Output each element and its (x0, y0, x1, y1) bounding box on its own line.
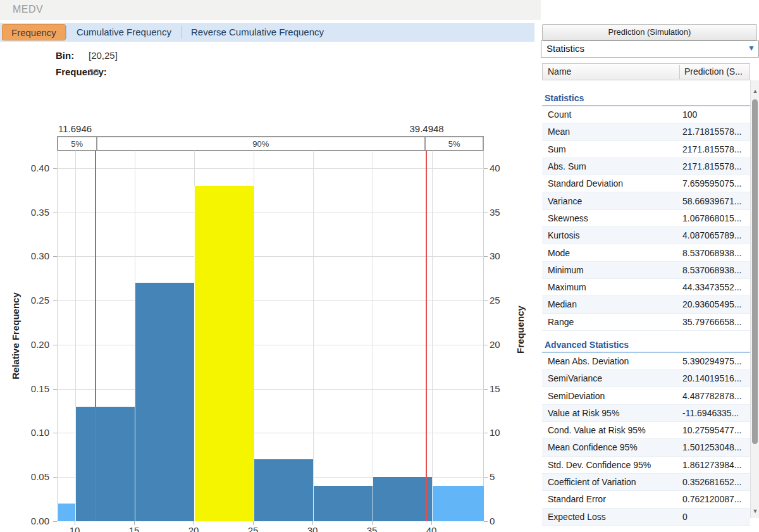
table-row: Cond. Value at Risk 95%10.27595477... (542, 422, 750, 439)
app-window: MEDV × FrequencyCumulative FrequencyReve… (0, 0, 759, 532)
bin-frequency-value: 38 (89, 66, 99, 77)
stat-value: 20.14019516... (679, 373, 750, 383)
histogram-bar[interactable] (313, 486, 373, 521)
table-row: Mode8.537068938... (542, 244, 750, 261)
stat-value: 4.487782878... (679, 391, 750, 401)
scrollbar-thumb[interactable] (752, 99, 758, 444)
gridline-horizontal (58, 345, 484, 345)
stat-value: 0.762120087... (679, 494, 750, 504)
histogram-bar-selected[interactable] (194, 186, 254, 521)
tick-mark (484, 345, 488, 345)
histogram-bar[interactable] (373, 477, 432, 521)
view-selector-dropdown[interactable]: Statistics ▼ (541, 40, 759, 58)
gridline-horizontal (58, 256, 484, 257)
stat-name: Cond. Value at Risk 95% (542, 425, 679, 435)
tick-mark (484, 389, 488, 390)
histogram-bar[interactable] (58, 504, 76, 521)
y-axis-tick-left: 0.35 (18, 207, 49, 218)
scroll-down-icon[interactable]: ▼ (752, 508, 758, 514)
stat-value: 58.66939671... (679, 196, 750, 206)
x-axis-tick: 30 (307, 525, 318, 532)
table-row: Skewness1.067868015... (542, 210, 750, 227)
gridline-vertical (432, 151, 433, 521)
stat-value: 0.352681652... (679, 477, 750, 487)
y-axis-tick-right: 10 (490, 427, 500, 438)
percentile-segment: 90% (96, 137, 425, 150)
column-header-name[interactable]: Name (548, 66, 571, 77)
stat-name: Mode (542, 248, 679, 258)
tab-frequency[interactable]: Frequency (2, 24, 66, 40)
tab-cumulative-frequency[interactable]: Cumulative Frequency (68, 24, 180, 40)
stat-value: 1.501253048... (679, 442, 750, 452)
tick-mark (53, 345, 57, 345)
stat-value: 20.93605495... (679, 299, 750, 309)
table-row: Mean Abs. Deviation5.390294975... (542, 353, 750, 370)
table-row: Std. Dev. Confidence 95%1.861273984... (542, 457, 750, 474)
stat-name: SemiDeviation (542, 391, 679, 401)
tab-separator (181, 26, 182, 39)
y-axis-tick-right: 35 (490, 207, 500, 218)
stat-name: Std. Dev. Confidence 95% (542, 460, 679, 470)
y-axis-tick-left: 0.00 (18, 516, 49, 526)
stat-value: 4.087065789... (679, 230, 750, 240)
scroll-up-icon[interactable]: ▲ (752, 88, 758, 94)
stat-value: 21.71815578... (679, 127, 750, 137)
tick-mark (484, 477, 488, 478)
table-row: Minimum8.537068938... (542, 262, 750, 279)
column-divider[interactable] (679, 65, 680, 79)
percentile-marker-line[interactable] (426, 151, 427, 521)
stat-name: SemiVariance (542, 373, 679, 383)
section-header: Statistics (542, 87, 750, 106)
stat-name: Mean Abs. Deviation (542, 356, 679, 366)
y-axis-tick-right: 15 (490, 383, 500, 394)
histogram-bar[interactable] (432, 486, 484, 521)
gridline-horizontal (58, 389, 484, 390)
gridline-horizontal (58, 300, 484, 301)
tick-mark (312, 521, 313, 525)
table-row: Maximum44.33473552... (542, 279, 750, 296)
tick-mark (53, 168, 57, 169)
x-axis-tick: 25 (248, 525, 259, 532)
histogram-bar[interactable] (135, 283, 194, 521)
stat-name: Count (542, 109, 679, 120)
y-axis-tick-left: 0.10 (18, 427, 49, 438)
table-row: Kurtosis4.087065789... (542, 227, 750, 244)
stat-name: Range (542, 317, 679, 327)
statistics-panel: Prediction (Simulation) Statistics ▼ Nam… (541, 0, 759, 532)
table-header: Name Prediction (S... (542, 63, 750, 80)
tick-mark (134, 521, 135, 525)
tick-mark (484, 213, 488, 213)
table-row: Median20.93605495... (542, 296, 750, 313)
table-row: Value at Risk 95%-11.6946335... (542, 405, 750, 422)
percentile-marker-line[interactable] (95, 151, 96, 521)
table-row: Variance58.66939671... (542, 192, 750, 209)
stat-name: Sum (542, 144, 679, 154)
chevron-down-icon: ▼ (748, 44, 755, 53)
histogram-bar[interactable] (75, 407, 135, 521)
bin-value: [20,25] (89, 50, 118, 61)
tick-mark (484, 256, 488, 257)
window-title: MEDV (13, 4, 43, 15)
stat-value: 5.390294975... (679, 356, 750, 366)
tab-reverse-cumulative-frequency[interactable]: Reverse Cumulative Frequency (182, 24, 333, 40)
column-header-value[interactable]: Prediction (S... (684, 66, 743, 77)
table-row: Mean21.71815578... (542, 123, 750, 140)
scrollbar[interactable]: ▲ ▼ (750, 80, 759, 518)
y-axis-tick-left: 0.30 (18, 251, 49, 261)
table-row: Mean Confidence 95%1.501253048... (542, 439, 750, 456)
table-row: Count100 (542, 106, 750, 123)
tick-mark (484, 521, 488, 522)
tick-mark (53, 256, 57, 257)
lower-threshold-value: 11.6946 (58, 123, 92, 134)
tick-mark (253, 521, 254, 525)
percentile-band[interactable]: 5%90%5%11.694639.4948 (57, 136, 484, 151)
stat-value: 44.33473552... (679, 282, 750, 292)
stat-value: 2171.815578... (679, 144, 750, 154)
table-row: Abs. Sum2171.815578... (542, 158, 750, 175)
x-axis-tick: 20 (188, 525, 199, 532)
tick-mark (53, 433, 57, 433)
stat-name: Abs. Sum (542, 161, 679, 171)
histogram-bar[interactable] (254, 459, 313, 521)
section-header: Advanced Statistics (542, 331, 750, 353)
y-axis-tick-left: 0.25 (18, 295, 49, 306)
